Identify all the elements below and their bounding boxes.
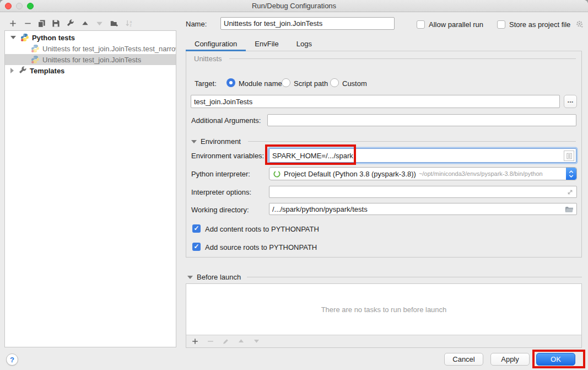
templates-icon [18,66,27,75]
before-launch-collapse-arrow-icon[interactable] [187,276,193,279]
configurations-tree: Python tests Unittests for test_join.Joi… [4,30,176,347]
copy-configuration-icon[interactable] [36,18,46,28]
edit-task-icon[interactable] [222,337,230,345]
interpreter-dropdown-stepper-icon[interactable] [566,168,576,180]
apply-button[interactable]: Apply [490,353,530,366]
working-directory-input[interactable] [269,203,577,215]
python-run-config-icon [31,44,40,53]
python-interpreter-select[interactable]: Project Default (Python 3.8 (pyspark-3.8… [269,167,577,180]
sort-configurations-icon[interactable]: az [124,18,134,28]
tree-item-templates[interactable]: Templates [5,65,176,76]
python-interpreter-path: ~/opt/miniconda3/envs/pyspark-3.8/bin/py… [419,170,543,177]
environment-collapse-arrow-icon[interactable] [191,140,197,143]
store-as-project-file-label[interactable]: Store as project file [509,20,570,29]
store-as-project-file-checkbox[interactable] [497,20,505,29]
before-launch-toolbar [186,335,581,347]
add-source-roots-label[interactable]: Add source roots to PYTHONPATH [205,243,317,251]
working-directory-label: Working directory: [191,206,249,214]
additional-arguments-input[interactable] [267,114,576,126]
remove-task-icon[interactable] [206,337,214,345]
tab-envfile[interactable]: EnvFile [246,36,287,51]
expand-field-icon[interactable] [565,187,574,196]
python-interpreter-label: Python interpreter: [191,170,250,178]
add-source-roots-checkbox[interactable]: ✓ [192,243,201,251]
edit-environment-variables-icon[interactable] [564,151,574,161]
run-debug-configurations-dialog: Run/Debug Configurations az P [0,0,588,370]
remove-configuration-icon[interactable] [23,18,33,28]
title-bar: Run/Debug Configurations [0,0,588,12]
save-configuration-icon[interactable] [51,18,61,28]
move-task-down-icon[interactable] [252,337,261,345]
ok-button[interactable]: OK [536,353,575,366]
radio-script-path-label[interactable]: Script path [294,79,328,88]
expand-arrow-icon[interactable] [10,68,14,73]
add-content-roots-label[interactable]: Add content roots to PYTHONPATH [205,225,319,233]
tree-item-label: Templates [30,67,64,75]
move-task-up-icon[interactable] [237,337,245,345]
tab-configuration[interactable]: Configuration [186,36,246,51]
tree-item-label: Python tests [32,34,75,42]
name-label: Name: [186,20,207,28]
new-folder-icon[interactable] [109,18,119,28]
interpreter-options-label: Interpreter options: [191,188,251,196]
tree-item-label: Unittests for test_join.JoinTests.test_n… [42,45,176,53]
configuration-tabs: Configuration EnvFile Logs [186,36,582,51]
allow-parallel-run-label[interactable]: Allow parallel run [429,20,483,29]
target-label: Target: [195,79,217,88]
interpreter-options-input[interactable] [269,186,577,198]
before-launch-empty-message: There are no tasks to run before launch [321,305,447,314]
tree-item-unittests-narrow[interactable]: Unittests for test_join.JoinTests.test_n… [5,43,176,54]
name-input[interactable] [220,17,395,30]
python-tests-icon [20,33,29,42]
browse-module-button[interactable]: ... [564,95,577,108]
add-configuration-icon[interactable] [8,18,18,28]
project-file-settings-gear-icon[interactable] [574,19,584,29]
radio-module-name-label[interactable]: Module name [239,79,282,88]
environment-variables-field[interactable] [269,148,576,163]
radio-module-name[interactable] [226,78,235,87]
unittests-group: Unittests Target: Module name Script pat… [186,51,582,258]
help-button[interactable]: ? [6,353,18,366]
collapse-arrow-icon[interactable] [10,36,16,39]
before-launch-section-label[interactable]: Before launch [197,273,241,281]
python-interpreter-value: Project Default (Python 3.8 (pyspark-3.8… [284,170,416,178]
environment-variables-input[interactable] [269,149,576,162]
python-interpreter-icon [273,170,281,178]
target-module-input[interactable] [191,95,560,108]
tree-item-label: Unittests for test_join.JoinTests [42,56,141,64]
svg-text:z: z [130,23,131,27]
move-up-icon[interactable] [80,18,90,28]
allow-parallel-run-checkbox[interactable] [417,20,425,29]
cancel-button[interactable]: Cancel [444,353,483,366]
tree-item-python-tests[interactable]: Python tests [5,32,176,43]
radio-custom[interactable] [330,78,339,87]
browse-folder-icon[interactable] [564,205,574,213]
before-launch-task-list[interactable]: There are no tasks to run before launch [186,284,581,335]
radio-custom-label[interactable]: Custom [342,79,367,88]
move-down-icon[interactable] [94,18,104,28]
python-run-config-icon [31,55,40,64]
tab-logs[interactable]: Logs [288,36,321,51]
environment-variables-label: Environment variables: [191,152,264,160]
window-title: Run/Debug Configurations [0,2,588,10]
radio-script-path[interactable] [282,78,290,87]
group-title: Unittests [194,55,222,63]
add-content-roots-checkbox[interactable]: ✓ [192,224,201,233]
add-task-icon[interactable] [191,337,199,345]
edit-templates-icon[interactable] [65,18,75,28]
before-launch-panel: There are no tasks to run before launch [186,283,582,348]
environment-section-label[interactable]: Environment [201,137,241,146]
tree-item-unittests-jointests[interactable]: Unittests for test_join.JoinTests [5,54,176,65]
additional-arguments-label: Additional Arguments: [191,116,261,125]
